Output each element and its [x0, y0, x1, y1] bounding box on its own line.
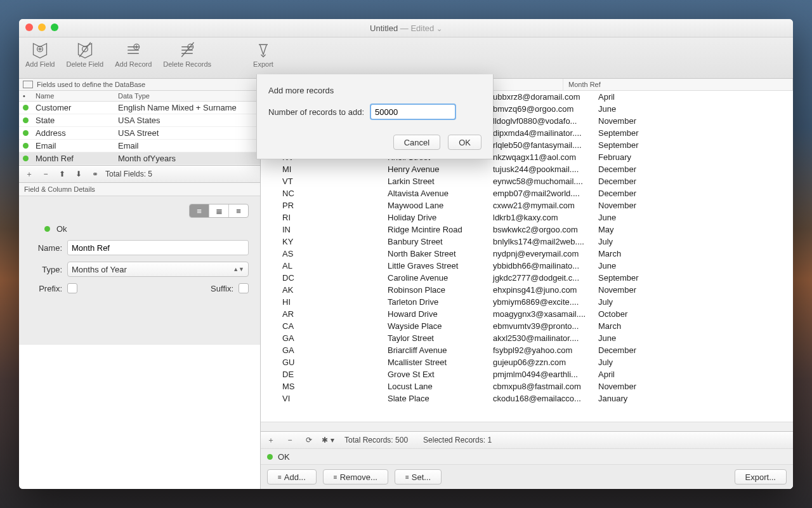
cell-month: January: [593, 394, 793, 403]
record-row[interactable]: DCCaroline Avenuejgkdc2777@dodgeit.c...S…: [261, 272, 793, 284]
record-row[interactable]: GATaylor Streetakxl2530@mailinator....Ju…: [261, 332, 793, 344]
field-name-input[interactable]: [67, 240, 249, 255]
cell-email: ldkrb1@kaxy.com: [488, 213, 593, 222]
record-row[interactable]: VTLarkin Streeteynwc58@muchomail....Dece…: [261, 175, 793, 187]
cell-email: bswkwkc2@orgoo.com: [488, 225, 593, 234]
delete-field-icon: [76, 41, 94, 59]
add-record-icon: [124, 41, 142, 59]
export-icon: [254, 41, 272, 59]
cell-month: July: [593, 358, 793, 367]
move-down-button[interactable]: ⬇: [72, 168, 85, 180]
field-row[interactable]: Month RefMonth ofYyears: [19, 152, 260, 165]
record-row[interactable]: ALLittle Graves Streetybbidbh66@mailinat…: [261, 260, 793, 272]
field-type-cell: English Name Mixed + Surname: [118, 103, 256, 112]
record-row[interactable]: PRMaywood Lanecxww21@mymail.comNovember: [261, 199, 793, 211]
ok-button[interactable]: OK: [448, 135, 481, 150]
record-row[interactable]: VISlate Placeckodu168@emailacco...Januar…: [261, 392, 793, 404]
delete-field-button[interactable]: Delete Field: [66, 41, 103, 68]
select-chevrons-icon: ▲▼: [233, 266, 244, 272]
record-row[interactable]: ASNorth Baker Streetnydpnj@everymail.com…: [261, 248, 793, 260]
cell-email: ebmvumtv39@pronto...: [488, 321, 593, 331]
prefix-checkbox[interactable]: [67, 283, 77, 293]
record-row[interactable]: MIHenry Avenuetujusk244@pookmail....Dece…: [261, 163, 793, 175]
fields-list[interactable]: CustomerEnglish Name Mixed + SurnameStat…: [19, 102, 260, 165]
export-button[interactable]: Export: [253, 41, 273, 68]
sheet-input-row: Number of records to add:: [268, 104, 481, 119]
cell-month: February: [593, 152, 793, 162]
titlebar: Untitled — Edited ⌄: [19, 19, 793, 37]
export-action-button[interactable]: Export...: [735, 469, 787, 485]
record-row[interactable]: NCAltavista Avenueempb07@mail2world....D…: [261, 187, 793, 199]
remove-field-small-button[interactable]: −: [39, 168, 52, 180]
cell-email: jgkdc2777@dodgeit.c...: [488, 273, 593, 283]
record-row[interactable]: GUMcallister Streetgujeup06@zzn.comJuly: [261, 356, 793, 368]
zoom-window-button[interactable]: [51, 23, 58, 31]
app-window: Untitled — Edited ⌄ Add Field Delete Fie…: [19, 19, 793, 489]
title-chevron-icon[interactable]: ⌄: [436, 25, 442, 32]
traffic-lights: [25, 23, 58, 31]
field-ok-row: Ok: [30, 224, 249, 234]
window-title: Untitled — Edited ⌄: [370, 23, 442, 33]
horizontal-scrollbar[interactable]: [261, 422, 793, 431]
cell-email: nkzwqagx11@aol.com: [488, 152, 593, 162]
sheet-prompt-label: Number of records to add:: [268, 107, 364, 117]
alignment-segmented[interactable]: ≡ ≣ ≡: [189, 204, 249, 218]
cell-address: Henry Avenue: [383, 164, 488, 174]
field-row[interactable]: StateUSA States: [19, 114, 260, 127]
add-field-icon: [31, 41, 49, 59]
add-field-button[interactable]: Add Field: [25, 41, 55, 68]
field-row[interactable]: EmailEmail: [19, 140, 260, 152]
minimize-window-button[interactable]: [38, 23, 46, 31]
fields-datatype-col[interactable]: Data Type: [118, 92, 256, 100]
record-row[interactable]: KYBanbury Streetbnlylks174@mail2web....J…: [261, 236, 793, 248]
cell-state: AL: [277, 261, 383, 271]
fields-panel-title: Fields used to define the DataBase: [37, 81, 145, 88]
document-name: Untitled: [370, 23, 398, 33]
records-count-input[interactable]: [370, 104, 455, 119]
cell-email: cxww21@mymail.com: [488, 201, 593, 210]
col-month[interactable]: Month Ref: [563, 79, 793, 90]
reload-button[interactable]: ⟳: [303, 434, 315, 446]
record-row[interactable]: HITarleton Driveybmiym6869@excite....Jul…: [261, 296, 793, 308]
gear-menu-button[interactable]: ✱ ▾: [322, 434, 334, 446]
record-row[interactable]: AKRobinson Placeehxpinsg41@juno.comNovem…: [261, 284, 793, 296]
sheet-title: Add more records: [268, 86, 481, 95]
cell-state: CA: [277, 321, 383, 331]
align-right-button[interactable]: ≡: [228, 204, 248, 217]
add-record-button[interactable]: Add Record: [115, 41, 152, 68]
field-row[interactable]: AddressUSA Street: [19, 127, 260, 140]
delete-records-button[interactable]: Delete Records: [163, 41, 211, 68]
add-field-small-button[interactable]: ＋: [23, 168, 36, 180]
record-row[interactable]: DEGrove St Extpmjmlm0494@earthli...April: [261, 368, 793, 380]
remove-record-small-button[interactable]: −: [284, 434, 296, 446]
suffix-checkbox[interactable]: [239, 283, 249, 293]
fields-bullet-col[interactable]: •: [23, 92, 36, 100]
cell-month: September: [593, 273, 793, 283]
record-row[interactable]: GABriarcliff Avenuefsybpl92@yahoo.comDec…: [261, 344, 793, 356]
add-action-button[interactable]: ≡Add...: [267, 469, 317, 485]
close-window-button[interactable]: [25, 23, 33, 31]
cell-address: North Baker Street: [383, 249, 488, 258]
field-type-select[interactable]: Months of Year ▲▼: [67, 262, 249, 277]
record-row[interactable]: INRidge Mcintire Roadbswkwkc2@orgoo.comM…: [261, 224, 793, 236]
cell-address: Tarleton Drive: [383, 297, 488, 307]
move-up-button[interactable]: ⬆: [56, 168, 69, 180]
align-left-button[interactable]: ≡: [190, 204, 209, 217]
cell-email: nydpnj@everymail.com: [488, 249, 593, 258]
fields-name-col[interactable]: Name: [36, 92, 118, 100]
record-row[interactable]: ARHoward Drivemoagygnx3@xasamail....Octo…: [261, 308, 793, 320]
record-row[interactable]: RIHoliday Driveldkrb1@kaxy.comJune: [261, 211, 793, 224]
field-row[interactable]: CustomerEnglish Name Mixed + Surname: [19, 102, 260, 114]
set-action-button[interactable]: ≡Set...: [395, 469, 442, 485]
cell-month: September: [593, 128, 793, 138]
record-row[interactable]: MSLocust Lanecbmxpu8@fastmail.comNovembe…: [261, 380, 793, 392]
prefix-suffix-row: Prefix: Suffix:: [30, 283, 249, 293]
align-center-button[interactable]: ≣: [209, 204, 228, 217]
add-record-small-button[interactable]: ＋: [265, 434, 277, 446]
remove-action-button[interactable]: ≡Remove...: [323, 469, 388, 485]
field-status-dot-icon: [23, 117, 29, 123]
record-row[interactable]: CAWayside Placeebmvumtv39@pronto...March: [261, 320, 793, 332]
cell-email: rlqleb50@fantasymail....: [488, 140, 593, 150]
cancel-button[interactable]: Cancel: [393, 135, 440, 150]
field-details-panel: ≡ ≣ ≡ Ok Name: Type: Months of Year ▲▼: [19, 196, 260, 345]
